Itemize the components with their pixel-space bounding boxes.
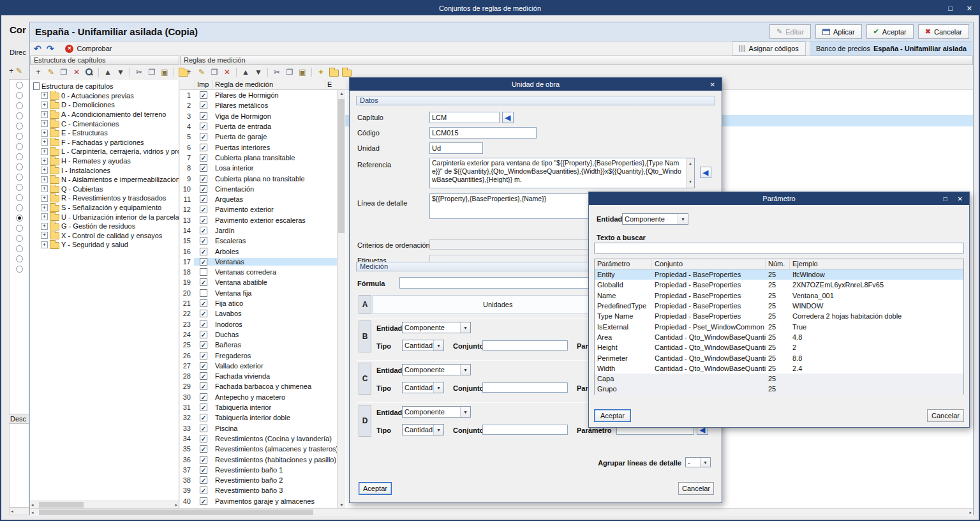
copy-icon[interactable]: ❐ — [209, 66, 220, 78]
clean-icon[interactable]: ✦ — [315, 66, 327, 78]
rule-row[interactable]: 15✓Escaleras — [180, 236, 337, 246]
checkbox-icon[interactable]: ✓ — [200, 321, 207, 328]
add-icon[interactable]: + — [33, 66, 44, 78]
maximize-icon[interactable]: □ — [944, 195, 947, 202]
duplicate-icon[interactable]: ❐ — [146, 66, 158, 78]
param-row[interactable]: Capa25 — [595, 374, 963, 384]
param-col-parametro[interactable]: Parámetro — [595, 259, 652, 269]
duplicate-icon[interactable]: ❐ — [284, 66, 295, 78]
editar-button[interactable]: ✎ Editar — [769, 24, 811, 39]
rules-number-column-header[interactable] — [180, 80, 195, 90]
checkbox-icon[interactable]: ✓ — [200, 435, 207, 442]
param-row[interactable]: Type NamePropiedad - BaseProperties25Cor… — [595, 311, 963, 321]
tree-item[interactable]: +A - Acondicionamiento del terreno — [31, 110, 179, 119]
edit-icon[interactable]: ✎ — [196, 66, 207, 78]
rule-row[interactable]: 32✓Tabiquería interior doble — [180, 412, 337, 423]
move-up-icon[interactable]: ▲ — [240, 66, 251, 78]
ruleset-radio[interactable] — [16, 133, 23, 140]
search-icon[interactable] — [84, 66, 95, 78]
ruleset-radio[interactable] — [16, 143, 23, 150]
checkbox-icon[interactable]: ✓ — [200, 352, 207, 359]
param-col-conjunto[interactable]: Conjunto — [652, 259, 766, 269]
scroll-down-icon[interactable]: ▼ — [339, 502, 344, 507]
tree-item[interactable]: +S - Señalización y equipamiento — [31, 203, 179, 213]
rule-row[interactable]: 29✓Fachada barbacoa y chimenea — [180, 381, 337, 391]
ruleset-radio[interactable] — [16, 174, 23, 181]
checkbox-icon[interactable] — [200, 268, 207, 276]
rule-row[interactable]: 23✓Inodoros — [180, 319, 337, 329]
close-icon[interactable]: ✕ — [967, 4, 972, 13]
expand-plus-icon[interactable]: + — [41, 185, 48, 192]
rule-row[interactable]: 7✓Cubierta plana transitable — [180, 153, 337, 163]
rule-row[interactable]: 31✓Tabiquería interior — [180, 402, 337, 412]
capitulo-pick-button[interactable]: ◀ — [502, 112, 514, 123]
checkbox-icon[interactable]: ✓ — [200, 195, 207, 203]
rule-row[interactable]: 27✓Vallado exterior — [180, 361, 337, 371]
scrollbar-thumb[interactable] — [39, 510, 313, 515]
rules-imp-column-header[interactable]: Imp — [195, 80, 213, 90]
ruleset-radio[interactable] — [16, 102, 23, 109]
conjunto-input[interactable] — [482, 425, 568, 435]
rule-row[interactable]: 10✓Cimentación — [180, 184, 337, 194]
checkbox-icon[interactable]: ✓ — [200, 133, 207, 140]
expand-plus-icon[interactable]: + — [41, 102, 48, 109]
scroll-up-icon[interactable]: ▲ — [339, 91, 344, 96]
textarea-scrollbar[interactable]: ▲ ▼ — [686, 158, 694, 188]
delete-icon[interactable]: ✕ — [71, 66, 82, 78]
expand-plus-icon[interactable]: + — [41, 158, 48, 165]
ruleset-radio[interactable] — [16, 112, 23, 119]
tree-item[interactable]: +X - Control de calidad y ensayos — [31, 231, 179, 241]
rule-row[interactable]: 9✓Cubierta plana no transitable — [180, 173, 337, 183]
comprobar-button[interactable]: ✕ Comprobar — [65, 45, 112, 53]
checkbox-icon[interactable]: ✓ — [200, 299, 207, 307]
rule-row[interactable]: 11✓Arquetas — [180, 194, 337, 204]
expand-plus-icon[interactable]: + — [41, 223, 48, 230]
checkbox-icon[interactable]: ✓ — [200, 206, 207, 213]
checkbox-icon[interactable]: ✓ — [200, 258, 207, 266]
checkbox-icon[interactable]: ✓ — [200, 456, 207, 464]
checkbox-icon[interactable]: ✓ — [200, 237, 207, 245]
checkbox-icon[interactable]: ✓ — [200, 382, 207, 390]
tipo-select[interactable]: Cantidad▾ — [402, 382, 444, 393]
checkbox-icon[interactable]: ✓ — [200, 310, 207, 317]
scroll-left-icon[interactable]: ◂ — [31, 502, 34, 508]
unidad-aceptar-button[interactable]: Aceptar — [359, 482, 392, 495]
banco-de-precios[interactable]: Banco de precios España - Unifamiliar ai… — [810, 42, 973, 56]
checkbox-icon[interactable]: ✓ — [200, 185, 207, 193]
tree-item[interactable]: +N - Aislamientos e impermeabilizaciones — [31, 175, 179, 185]
checkbox-icon[interactable]: ✓ — [200, 341, 207, 349]
rule-row[interactable]: 24✓Duchas — [180, 329, 337, 340]
tree-item[interactable]: +I - Instalaciones — [31, 165, 179, 175]
rule-row[interactable]: 36✓Revestimientos (habitaciones y pasill… — [180, 454, 337, 464]
rule-row[interactable]: 38✓Revestimiento baño 2 — [180, 475, 337, 485]
expand-plus-icon[interactable]: + — [41, 176, 48, 183]
rules-name-column-header[interactable]: Regla de medición — [213, 80, 325, 90]
rule-row[interactable]: 13✓Pavimento exterior escaleras — [180, 215, 337, 225]
checkbox-icon[interactable]: ✓ — [200, 362, 207, 370]
rule-row[interactable]: 30✓Antepecho y macetero — [180, 392, 337, 402]
param-row[interactable]: PredefinedTypePropiedad - BaseProperties… — [595, 301, 963, 311]
rule-row[interactable]: 34✓Revestimientos (Cocina y lavandería) — [180, 434, 337, 444]
codigo-input[interactable]: LCM015 — [429, 127, 537, 139]
tipo-select[interactable]: Cantidad▾ — [402, 340, 444, 351]
copy-icon[interactable]: ❐ — [58, 66, 70, 78]
conjunto-input[interactable] — [482, 382, 568, 393]
ruleset-radio[interactable] — [16, 225, 23, 232]
ruleset-radio[interactable] — [16, 255, 23, 262]
rule-row[interactable]: 4✓Puerta de entrada — [180, 121, 337, 132]
checkbox-icon[interactable]: ✓ — [200, 425, 207, 432]
delete-icon[interactable]: ✕ — [221, 66, 233, 78]
chapters-horizontal-scrollbar[interactable]: ◂ ▸ — [30, 501, 179, 508]
ruleset-radio[interactable] — [16, 92, 23, 99]
ruleset-radio[interactable] — [16, 123, 23, 130]
rule-row[interactable]: 18Ventanas corredera — [180, 267, 337, 277]
checkbox-icon[interactable]: ✓ — [200, 497, 207, 505]
checkbox-icon[interactable]: ✓ — [200, 372, 207, 380]
capitulo-input[interactable]: LCM — [429, 112, 500, 123]
rule-row[interactable]: 37✓Revestimiento baño 1 — [180, 465, 337, 475]
param-row[interactable]: EntityPropiedad - BaseProperties25IfcWin… — [595, 269, 963, 280]
editor-horizontal-scrollbar[interactable]: ◂ ▸ — [30, 508, 973, 516]
entidad-select[interactable]: Componente▾ — [402, 322, 471, 333]
entidad-select[interactable]: Componente ▾ — [622, 213, 688, 225]
checkbox-icon[interactable]: ✓ — [200, 227, 207, 234]
